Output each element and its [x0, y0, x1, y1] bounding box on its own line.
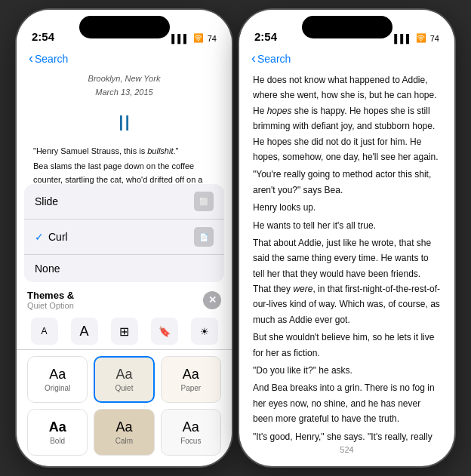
- theme-quiet[interactable]: Aa Quiet: [94, 356, 154, 403]
- wifi-icon: 🛜: [193, 33, 204, 43]
- font-style-button[interactable]: ⊞: [111, 318, 138, 345]
- font-increase-button[interactable]: A: [71, 318, 98, 345]
- right-para-5: That about Addie, just like he wrote, th…: [253, 235, 441, 327]
- close-button[interactable]: ✕: [203, 291, 221, 309]
- theme-original-label: Original: [45, 384, 70, 392]
- theme-paper-aa: Aa: [183, 367, 199, 382]
- themes-header: Themes & Quiet Option ✕: [17, 282, 232, 313]
- slide-label: Slide: [35, 195, 58, 207]
- slide-icon: ⬜: [194, 192, 214, 211]
- none-label: None: [35, 263, 60, 275]
- right-para-8: And Bea breaks into a grin. There is no …: [253, 380, 441, 426]
- dynamic-island: [79, 16, 170, 38]
- anim-curl[interactable]: ✓ Curl 📄: [24, 220, 224, 255]
- right-wifi-icon: 🛜: [416, 33, 426, 43]
- theme-paper-label: Paper: [180, 384, 201, 392]
- theme-focus-label: Focus: [180, 437, 201, 445]
- right-para-1: He does not know what happened to Addie,…: [253, 72, 441, 164]
- left-status-icons: ▌▌▌ 🛜 74: [171, 33, 217, 43]
- right-para-6: But she wouldn't believe him, so he lets…: [253, 330, 441, 361]
- book-location: Brooklyn, New York: [33, 72, 215, 86]
- anim-slide[interactable]: Slide ⬜: [24, 184, 224, 220]
- bottom-panel: Slide ⬜ ✓ Curl 📄 None: [17, 184, 232, 466]
- checkmark-icon: ✓: [35, 231, 44, 243]
- right-phone: 2:54 ▌▌▌ 🛜 74 ‹ Search He does not know …: [239, 10, 454, 466]
- brightness-button[interactable]: ☀: [191, 318, 218, 345]
- right-dynamic-island: [302, 16, 392, 38]
- right-back-label: Search: [257, 53, 291, 65]
- left-time: 2:54: [32, 30, 54, 43]
- anim-none[interactable]: None: [24, 255, 224, 282]
- book-header: Brooklyn, New York March 13, 2015: [33, 72, 215, 99]
- right-battery-icon: 74: [430, 34, 439, 43]
- font-controls: A A ⊞ 🔖 ☀: [17, 313, 232, 350]
- signal-icon: ▌▌▌: [171, 34, 189, 43]
- curl-label: Curl: [48, 231, 68, 243]
- back-chevron-icon: ‹: [29, 51, 33, 66]
- phones-container: 2:54 ▌▌▌ 🛜 74 ‹ Search Brooklyn, New Yor…: [0, 0, 471, 476]
- theme-bold[interactable]: Aa Bold: [27, 409, 88, 456]
- left-status-bar: 2:54 ▌▌▌ 🛜 74: [17, 10, 232, 48]
- slide-label-row: Slide: [35, 195, 194, 207]
- left-phone: 2:54 ▌▌▌ 🛜 74 ‹ Search Brooklyn, New Yor…: [17, 10, 232, 466]
- left-back-button[interactable]: ‹ Search: [29, 51, 68, 66]
- theme-bold-label: Bold: [50, 437, 65, 445]
- curl-label-row: ✓ Curl: [35, 231, 194, 243]
- font-decrease-button[interactable]: A: [31, 318, 58, 345]
- right-back-button[interactable]: ‹ Search: [251, 51, 291, 66]
- page-number: 524: [239, 442, 454, 462]
- font-bookmark-button[interactable]: 🔖: [151, 318, 178, 345]
- battery-icon: 74: [208, 34, 217, 43]
- none-label-row: None: [35, 263, 214, 275]
- themes-title-text: Themes &: [27, 290, 74, 301]
- animation-options: Slide ⬜ ✓ Curl 📄 None: [24, 184, 224, 282]
- right-signal-icon: ▌▌▌: [394, 34, 411, 43]
- theme-focus-aa: Aa: [183, 419, 199, 435]
- book-date: March 13, 2015: [33, 86, 215, 100]
- right-nav-bar: ‹ Search: [239, 48, 454, 72]
- para-1: "Henry Samuel Strauss, this is bullshit.…: [33, 144, 215, 158]
- right-status-icons: ▌▌▌ 🛜 74: [394, 33, 439, 43]
- left-nav-bar: ‹ Search: [17, 48, 232, 72]
- themes-subtitle: Quiet Option: [27, 301, 74, 310]
- right-time: 2:54: [254, 30, 277, 43]
- right-para-2: "You're really going to method actor thi…: [253, 167, 441, 198]
- theme-quiet-aa: Aa: [115, 367, 132, 382]
- chapter-number: II: [33, 105, 215, 141]
- theme-bold-aa: Aa: [49, 419, 66, 435]
- theme-focus[interactable]: Aa Focus: [161, 409, 221, 456]
- right-para-3: Henry looks up.: [253, 200, 441, 215]
- theme-paper[interactable]: Aa Paper: [161, 356, 221, 403]
- theme-original[interactable]: Aa Original: [27, 356, 88, 403]
- theme-quiet-label: Quiet: [115, 384, 134, 392]
- curl-icon: 📄: [194, 227, 214, 247]
- right-book-content: He does not know what happened to Addie,…: [239, 72, 454, 442]
- theme-original-aa: Aa: [49, 367, 66, 382]
- right-back-chevron-icon: ‹: [251, 51, 256, 66]
- right-status-bar: 2:54 ▌▌▌ 🛜 74: [239, 10, 454, 48]
- theme-calm-label: Calm: [115, 437, 133, 445]
- back-label: Search: [35, 53, 68, 65]
- right-para-9: "It's good, Henry," she says. "It's real…: [253, 429, 441, 442]
- theme-calm[interactable]: Aa Calm: [94, 409, 154, 456]
- themes-title: Themes & Quiet Option: [27, 290, 74, 310]
- theme-calm-aa: Aa: [115, 419, 132, 435]
- right-para-7: "Do you like it?" he asks.: [253, 363, 441, 378]
- right-para-4: He wants to tell her it's all true.: [253, 218, 441, 233]
- theme-grid: Aa Original Aa Quiet Aa Paper Aa Bold Aa: [17, 350, 232, 466]
